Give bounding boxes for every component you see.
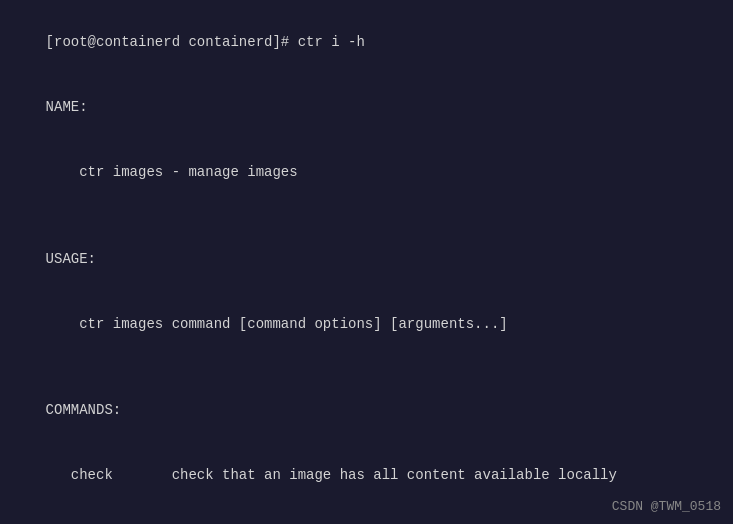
usage-header: USAGE: [12, 227, 721, 292]
watermark: CSDN @TWM_0518 [612, 499, 721, 514]
usage-content: ctr images command [command options] [ar… [12, 292, 721, 357]
terminal-window: [root@containerd containerd]# ctr i -h N… [0, 0, 733, 524]
blank-1 [12, 205, 721, 227]
name-content: ctr images - manage images [12, 140, 721, 205]
commands-header: COMMANDS: [12, 379, 721, 444]
prompt: [root@containerd containerd]# [46, 34, 290, 50]
blank-2 [12, 357, 721, 379]
command-line: [root@containerd containerd]# ctr i -h [12, 10, 721, 75]
name-header: NAME: [12, 75, 721, 140]
